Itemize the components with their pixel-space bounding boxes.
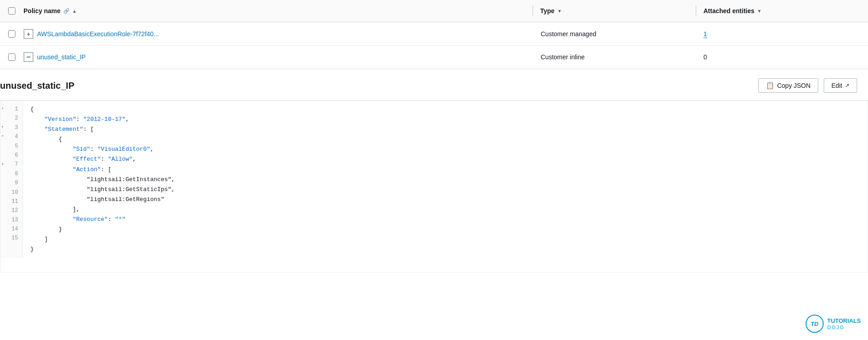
json-line-9: "lightsail:GetStaticIps", bbox=[30, 185, 860, 195]
line-number-13: 13 bbox=[0, 215, 23, 225]
table-row: + AWSLambdaBasicExecutionRole-7f72f40...… bbox=[0, 23, 868, 46]
edit-label: Edit bbox=[831, 82, 842, 89]
json-content: 123456789101112131415 { "Version": "2012… bbox=[0, 101, 868, 258]
edit-button[interactable]: Edit ↗ bbox=[824, 78, 857, 93]
json-line-10: "lightsail:GetRegions" bbox=[30, 195, 860, 205]
detail-actions: 📋 Copy JSON Edit ↗ bbox=[758, 78, 857, 93]
copy-json-label: Copy JSON bbox=[777, 82, 811, 89]
json-line-5: "Sid": "VisualEditor0", bbox=[30, 144, 860, 154]
line-number-4: 4 bbox=[0, 132, 23, 141]
external-link-icon: 🔗 bbox=[63, 8, 70, 14]
json-line-11: ], bbox=[30, 205, 860, 215]
table-header: Policy name 🔗 ▲ Type ▼ Attached entities… bbox=[0, 0, 868, 23]
copy-icon: 📋 bbox=[766, 81, 774, 90]
line-number-11: 11 bbox=[0, 197, 23, 206]
row1-policy-link[interactable]: AWSLambdaBasicExecutionRole-7f72f40... bbox=[37, 30, 159, 38]
row1-attached-cell: 1 bbox=[696, 30, 868, 38]
line-number-7: 7 bbox=[0, 160, 23, 169]
json-line-14: ] bbox=[30, 235, 860, 244]
json-line-12: "Resource": "*" bbox=[30, 215, 860, 225]
line-number-3: 3 bbox=[0, 123, 23, 132]
row2-policy-icon: − bbox=[24, 52, 33, 62]
line-number-10: 10 bbox=[0, 188, 23, 197]
policies-table: Policy name 🔗 ▲ Type ▼ Attached entities… bbox=[0, 0, 868, 69]
line-number-8: 8 bbox=[0, 169, 23, 178]
json-line-2: "Version": "2012-10-17", bbox=[30, 115, 860, 125]
row1-checkbox[interactable] bbox=[8, 30, 15, 38]
attached-sort-icon[interactable]: ▼ bbox=[757, 9, 762, 14]
row1-checkbox-col bbox=[0, 30, 24, 38]
row2-checkbox-col bbox=[0, 53, 24, 61]
row2-checkbox[interactable] bbox=[8, 53, 15, 61]
json-line-8: "lightsail:GetInstances", bbox=[30, 175, 860, 185]
json-code: { "Version": "2012-10-17", "Statement": … bbox=[23, 101, 868, 258]
external-link-edit-icon: ↗ bbox=[845, 82, 849, 89]
row2-type-cell: Customer inline bbox=[533, 53, 696, 61]
row2-policy-name-cell: − unused_static_IP bbox=[24, 52, 533, 62]
row1-attached-link[interactable]: 1 bbox=[703, 30, 707, 38]
attached-entities-header: Attached entities ▼ bbox=[696, 7, 868, 14]
line-number-6: 6 bbox=[0, 151, 23, 160]
line-numbers: 123456789101112131415 bbox=[0, 101, 23, 258]
json-line-1: { bbox=[30, 105, 860, 115]
line-number-5: 5 bbox=[0, 142, 23, 151]
line-number-12: 12 bbox=[0, 206, 23, 215]
sort-asc-icon[interactable]: ▲ bbox=[72, 9, 77, 14]
json-line-6: "Effect": "Allow", bbox=[30, 154, 860, 164]
row2-policy-link[interactable]: unused_static_IP bbox=[37, 53, 85, 61]
json-line-7: "Action": [ bbox=[30, 165, 860, 175]
policy-detail-title: unused_static_IP bbox=[0, 81, 75, 91]
policy-name-header: Policy name 🔗 ▲ bbox=[24, 7, 533, 14]
row1-policy-icon: + bbox=[24, 29, 33, 39]
select-all-checkbox[interactable] bbox=[8, 7, 15, 14]
row2-type-value: Customer inline bbox=[541, 53, 585, 61]
line-number-14: 14 bbox=[0, 225, 23, 234]
header-checkbox-col bbox=[0, 7, 24, 14]
json-line-13: } bbox=[30, 225, 860, 235]
line-number-15: 15 bbox=[0, 234, 23, 243]
row1-policy-name-cell: + AWSLambdaBasicExecutionRole-7f72f40... bbox=[24, 29, 533, 39]
json-line-3: "Statement": [ bbox=[30, 125, 860, 134]
row2-attached-cell: 0 bbox=[696, 53, 868, 61]
line-number-2: 2 bbox=[0, 114, 23, 123]
json-line-4: { bbox=[30, 134, 860, 144]
json-editor: 123456789101112131415 { "Version": "2012… bbox=[0, 101, 868, 273]
attached-entities-header-label: Attached entities bbox=[703, 7, 755, 14]
row2-attached-value: 0 bbox=[703, 53, 707, 61]
row1-type-cell: Customer managed bbox=[533, 30, 696, 38]
row1-type-value: Customer managed bbox=[541, 30, 596, 38]
type-header: Type ▼ bbox=[533, 7, 696, 14]
table-row: − unused_static_IP Customer inline 0 bbox=[0, 46, 868, 69]
copy-json-button[interactable]: 📋 Copy JSON bbox=[758, 78, 818, 93]
sort-desc-icon[interactable]: ▼ bbox=[557, 9, 562, 14]
line-number-9: 9 bbox=[0, 178, 23, 187]
line-number-1: 1 bbox=[0, 105, 23, 114]
json-line-15: } bbox=[30, 244, 860, 254]
policy-name-header-label: Policy name bbox=[24, 7, 61, 14]
detail-section: unused_static_IP 📋 Copy JSON Edit ↗ bbox=[0, 69, 868, 101]
type-header-label: Type bbox=[540, 7, 555, 14]
